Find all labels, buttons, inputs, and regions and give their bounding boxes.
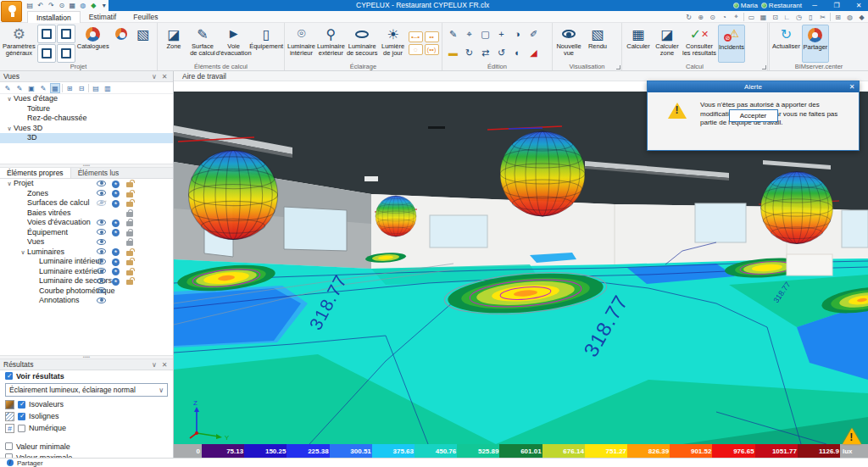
ortho-icon[interactable]: ∟ — [782, 14, 792, 21]
tab-elements-propres[interactable]: Éléments propres — [0, 168, 71, 178]
luminaire-interieur-button[interactable]: ⌾ Luminaire intérieur — [287, 25, 315, 63]
redo-icon[interactable] — [47, 0, 56, 11]
bim-models-button[interactable] — [111, 25, 131, 63]
tab-estimatif[interactable]: Estimatif — [81, 11, 125, 23]
measure-icon[interactable]: ▬ — [445, 43, 461, 62]
visibility-eye-icon[interactable] — [97, 229, 106, 235]
voie-evacuation-button[interactable]: Voie d'évacuation — [218, 25, 249, 63]
rendu-button[interactable]: Rendu — [584, 25, 611, 63]
vues-tree-item[interactable]: Toiture — [0, 104, 173, 114]
elements-tree-item[interactable]: Équipement — [0, 228, 173, 238]
match-properties-icon[interactable]: ✐ — [526, 25, 542, 43]
zone-button[interactable]: Zone — [160, 25, 187, 63]
visibility-eye-icon[interactable] — [97, 190, 106, 196]
rotate-icon[interactable]: ↺ — [493, 43, 509, 62]
layer-checkbox[interactable] — [18, 413, 25, 420]
visibility-eye-icon[interactable] — [97, 248, 106, 254]
plan-view-icon[interactable] — [37, 25, 56, 43]
equipement-button[interactable]: ▯ Équipement — [251, 25, 281, 63]
calculer-zone-button[interactable]: Calculer zone — [654, 25, 681, 63]
group-placement-icon[interactable]: (••) — [425, 44, 439, 55]
vues-close-icon[interactable]: ✕ — [159, 73, 170, 81]
eraser-icon[interactable]: ◢ — [526, 43, 542, 62]
elements-tree-item[interactable]: Courbe photométrique — [0, 286, 173, 297]
resultats-collapse-icon[interactable]: ∨ — [149, 361, 159, 369]
partager-button[interactable]: Partager — [802, 25, 829, 63]
print-view-icon[interactable]: ▤ — [91, 83, 101, 93]
sheet-folder-icon[interactable] — [57, 44, 75, 63]
alert-close-icon[interactable]: ✕ — [845, 83, 859, 91]
elements-tree-item[interactable]: Luminaire intérieur — [0, 257, 173, 267]
actualiser-button[interactable]: Actualiser — [772, 25, 800, 63]
vues-tree-item[interactable]: ∨Vues d'étage — [0, 94, 173, 104]
orbit-icon[interactable]: ↻ — [684, 14, 693, 21]
app-icon[interactable] — [1, 1, 22, 22]
settings-gear-icon[interactable] — [112, 268, 120, 275]
elements-tree-item[interactable]: Vues — [0, 237, 173, 247]
rotate-node-icon[interactable]: ↻ — [461, 43, 477, 62]
elements-tree-item[interactable]: Baies vitrées — [0, 208, 173, 219]
project-badge[interactable]: Restaurant — [761, 2, 802, 9]
visibility-eye-icon[interactable] — [97, 287, 106, 293]
help-icon[interactable]: ◆ — [857, 14, 866, 21]
settings-gear-icon[interactable] — [112, 181, 120, 188]
vues-tree-item[interactable]: 3D — [0, 133, 173, 143]
calcul-dialog-launcher[interactable] — [762, 65, 766, 69]
move-node-icon[interactable]: ⌖ — [461, 25, 477, 43]
layer-icon[interactable]: ▯ — [806, 14, 815, 21]
center-view-icon[interactable]: ⌖ — [732, 13, 741, 21]
duplicate-view-icon[interactable]: ▣ — [26, 83, 36, 93]
zoom-window-icon[interactable]: ⊙ — [708, 14, 717, 21]
visualisation-dialog-launcher[interactable] — [616, 65, 620, 69]
restore-button[interactable]: ❐ — [827, 0, 846, 11]
globe-icon[interactable]: ◍ — [845, 14, 854, 21]
lock-icon[interactable] — [126, 231, 133, 236]
flip-icon[interactable]: ⇄ — [477, 43, 493, 62]
lock-icon[interactable] — [126, 221, 133, 226]
snap-icon[interactable]: ⊡ — [771, 14, 780, 21]
lock-icon[interactable] — [126, 241, 133, 246]
linear-placement-icon[interactable]: •–• — [409, 31, 423, 42]
symmetry-icon[interactable]: ◐ — [509, 43, 526, 62]
layer-checkbox[interactable] — [18, 425, 25, 432]
visibility-eye-icon[interactable] — [97, 181, 106, 186]
pencil-icon[interactable]: ✎ — [445, 25, 461, 43]
pair-placement-icon[interactable]: •• — [425, 31, 439, 42]
minimize-button[interactable]: ─ — [805, 0, 824, 11]
valeur-minimale-checkbox[interactable] — [5, 442, 13, 450]
scissors-icon[interactable]: ✂ — [818, 14, 827, 21]
undo-icon[interactable] — [36, 0, 46, 11]
accepter-button[interactable]: Accepter — [729, 109, 778, 122]
quick-access-menu-icon[interactable] — [100, 0, 109, 11]
settings-gear-icon[interactable] — [112, 200, 120, 208]
mirror-icon[interactable]: ◑ — [509, 25, 526, 43]
nouvelle-vue-button[interactable]: Nouvelle vue — [555, 25, 582, 63]
consulter-resultats-button[interactable]: ✓✕ Consulter les résultats — [682, 25, 716, 63]
tab-installation[interactable]: Installation — [27, 11, 81, 23]
paste-view-icon[interactable]: ⊟ — [76, 83, 86, 93]
elements-tree-item[interactable]: Zones — [0, 189, 173, 199]
tab-feuilles[interactable]: Feuilles — [125, 11, 166, 23]
web-icon[interactable] — [79, 0, 88, 11]
visibility-eye-icon[interactable] — [97, 200, 106, 206]
circular-placement-icon[interactable]: ◌ — [409, 44, 423, 55]
export-view-icon[interactable]: ▥ — [103, 83, 113, 93]
catalogues-button[interactable]: Catalogues — [77, 25, 109, 63]
current-view-icon[interactable]: ▦ — [50, 83, 60, 93]
elements-tree-item[interactable]: ∨Projet — [0, 179, 173, 189]
settings-gear-icon[interactable] — [112, 220, 120, 227]
user-badge[interactable]: Maria — [733, 2, 758, 9]
settings-gear-icon[interactable] — [112, 229, 120, 236]
result-type-dropdown[interactable]: Éclairement lumineux, éclairage normal∨ — [5, 383, 168, 397]
copy-view-icon[interactable]: ⊞ — [64, 83, 75, 93]
settings-gear-icon[interactable] — [112, 278, 120, 286]
close-button[interactable]: ✕ — [849, 0, 868, 11]
luminaire-exterieur-button[interactable]: ⚲ Luminaire extérieur — [317, 25, 345, 63]
visibility-eye-icon[interactable] — [97, 297, 106, 303]
pan-icon[interactable]: ⊕ — [696, 14, 705, 21]
elements-tree-item[interactable]: Voies d'évacuation — [0, 218, 173, 228]
settings-gear-icon[interactable] — [112, 190, 120, 197]
visibility-eye-icon[interactable] — [97, 268, 106, 274]
move-icon[interactable]: + — [493, 25, 509, 43]
split-view-icon[interactable]: ⊞ — [833, 14, 843, 21]
